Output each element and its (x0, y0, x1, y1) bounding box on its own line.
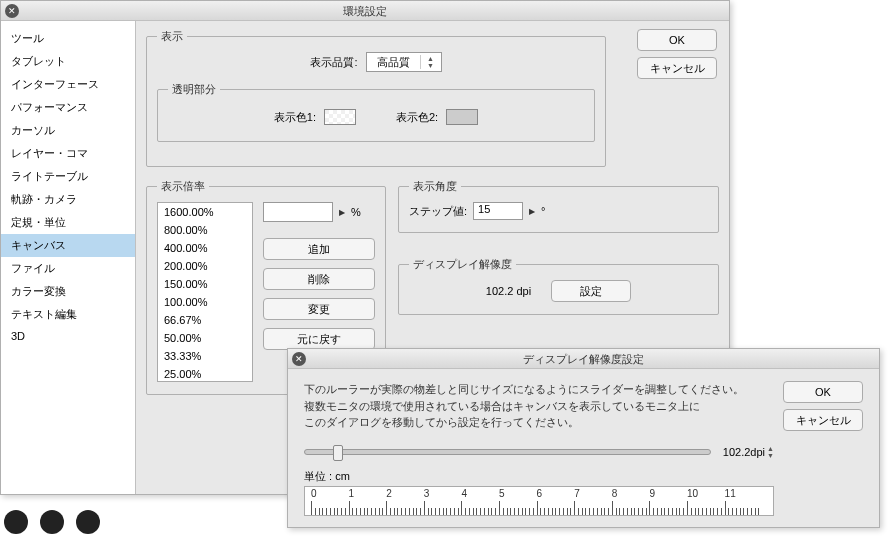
list-item[interactable]: 800.00% (158, 221, 252, 239)
color1-label: 表示色1: (274, 110, 316, 125)
play-icon[interactable]: ▶ (339, 208, 345, 217)
list-item[interactable]: 66.67% (158, 311, 252, 329)
degree-label: ° (541, 205, 545, 217)
ruler-label: 4 (461, 488, 467, 499)
ruler-label: 0 (311, 488, 317, 499)
delete-button[interactable]: 削除 (263, 268, 375, 290)
unit-label: 単位 : cm (304, 469, 863, 484)
ruler: 01234567891011 (304, 486, 774, 516)
quality-label: 表示品質: (310, 55, 357, 70)
sidebar-item[interactable]: インターフェース (1, 73, 135, 96)
sidebar-item[interactable]: キャンバス (1, 234, 135, 257)
ruler-label: 5 (499, 488, 505, 499)
zoom-listbox[interactable]: 1600.00%800.00%400.00%200.00%150.00%100.… (157, 202, 253, 382)
resolution-dialog: ✕ ディスプレイ解像度設定 OK キャンセル 下のルーラーが実際の物差しと同じサ… (287, 348, 880, 528)
ruler-label: 2 (386, 488, 392, 499)
titlebar[interactable]: ✕ 環境設定 (1, 1, 729, 21)
sidebar-item[interactable]: テキスト編集 (1, 303, 135, 326)
angle-legend: 表示角度 (409, 179, 461, 194)
quality-spinner[interactable]: 高品質 ▲▼ (366, 52, 442, 72)
sidebar-item[interactable]: タブレット (1, 50, 135, 73)
sidebar-item[interactable]: パフォーマンス (1, 96, 135, 119)
list-item[interactable]: 33.33% (158, 347, 252, 365)
percent-label: % (351, 206, 361, 218)
set-button[interactable]: 設定 (551, 280, 631, 302)
sidebar-item[interactable]: 定規・単位 (1, 211, 135, 234)
dialog-title: ディスプレイ解像度設定 (523, 353, 644, 365)
color2-label: 表示色2: (396, 110, 438, 125)
sidebar-item[interactable]: レイヤー・コマ (1, 142, 135, 165)
list-item[interactable]: 50.00% (158, 329, 252, 347)
ruler-label: 8 (612, 488, 618, 499)
cancel-button[interactable]: キャンセル (783, 409, 863, 431)
sidebar-item[interactable]: ライトテーブル (1, 165, 135, 188)
list-item[interactable]: 1600.00% (158, 203, 252, 221)
dialog-title: 環境設定 (343, 5, 387, 17)
instruction-text: 下のルーラーが実際の物差しと同じサイズになるようにスライダーを調整してください。… (304, 381, 863, 431)
list-item[interactable]: 400.00% (158, 239, 252, 257)
category-sidebar: ツールタブレットインターフェースパフォーマンスカーソルレイヤー・コマライトテーブ… (1, 21, 136, 494)
transparency-group: 透明部分 表示色1: 表示色2: (157, 82, 595, 142)
ruler-label: 10 (687, 488, 698, 499)
spinner-arrows-icon[interactable]: ▲▼ (420, 55, 441, 69)
list-item[interactable]: 100.00% (158, 293, 252, 311)
sidebar-item[interactable]: 軌跡・カメラ (1, 188, 135, 211)
sidebar-item[interactable]: ファイル (1, 257, 135, 280)
resolution-group: ディスプレイ解像度 102.2 dpi 設定 (398, 257, 719, 315)
change-button[interactable]: 変更 (263, 298, 375, 320)
titlebar[interactable]: ✕ ディスプレイ解像度設定 (288, 349, 879, 369)
display-legend: 表示 (157, 29, 187, 44)
ok-button[interactable]: OK (637, 29, 717, 51)
sidebar-item[interactable]: 3D (1, 326, 135, 346)
display-group: 表示 表示品質: 高品質 ▲▼ 透明部分 表示色1: (146, 29, 606, 167)
close-icon[interactable]: ✕ (292, 352, 306, 366)
step-label: ステップ値: (409, 204, 467, 219)
list-item[interactable]: 25.00% (158, 365, 252, 382)
reset-button[interactable]: 元に戻す (263, 328, 375, 350)
zoom-input[interactable] (263, 202, 333, 222)
dpi-value: 102.2 dpi (486, 285, 531, 297)
ruler-label: 7 (574, 488, 580, 499)
add-button[interactable]: 追加 (263, 238, 375, 260)
cancel-button[interactable]: キャンセル (637, 57, 717, 79)
zoom-legend: 表示倍率 (157, 179, 209, 194)
transparency-legend: 透明部分 (168, 82, 220, 97)
ok-button[interactable]: OK (783, 381, 863, 403)
color2-swatch[interactable] (446, 109, 478, 125)
ruler-label: 6 (537, 488, 543, 499)
dpi-slider[interactable] (304, 449, 711, 455)
color1-swatch[interactable] (324, 109, 356, 125)
resolution-legend: ディスプレイ解像度 (409, 257, 516, 272)
play-icon[interactable]: ▶ (529, 207, 535, 216)
ruler-label: 9 (649, 488, 655, 499)
sidebar-item[interactable]: ツール (1, 27, 135, 50)
sidebar-item[interactable]: カラー変換 (1, 280, 135, 303)
ruler-label: 11 (725, 488, 736, 499)
list-item[interactable]: 200.00% (158, 257, 252, 275)
ruler-label: 3 (424, 488, 430, 499)
sidebar-item[interactable]: カーソル (1, 119, 135, 142)
step-input[interactable]: 15 (473, 202, 523, 220)
slider-thumb[interactable] (333, 445, 343, 461)
list-item[interactable]: 150.00% (158, 275, 252, 293)
ruler-label: 1 (349, 488, 355, 499)
dpi-readout: 102.2dpi (723, 446, 765, 458)
close-icon[interactable]: ✕ (5, 4, 19, 18)
angle-group: 表示角度 ステップ値: 15 ▶ ° (398, 179, 719, 233)
spinner-arrows-icon[interactable]: ▲▼ (767, 445, 774, 459)
